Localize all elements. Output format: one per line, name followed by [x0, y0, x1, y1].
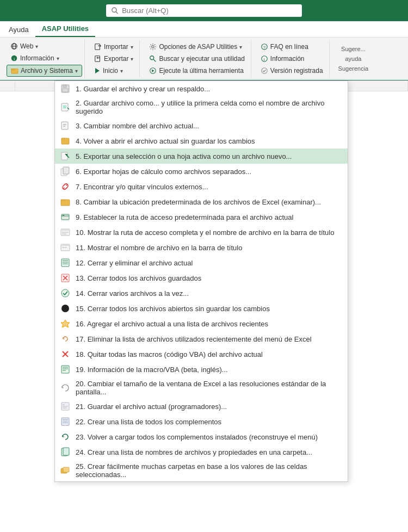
menu-item-9[interactable]: 9. Establecer la ruta de acceso predeter…	[55, 209, 348, 225]
svg-text:i: i	[14, 57, 15, 61]
ribbon-group-help: ? FAQ en línea i Información Versión reg…	[255, 40, 330, 77]
menu-item-text-10: 10. Mostrar la ruta de acceso completa y…	[76, 228, 342, 237]
svg-rect-26	[61, 103, 68, 111]
svg-rect-75	[63, 467, 69, 472]
ribbon-group-middle: Importar ▾ Exportar ▾ Inicio ▾	[88, 40, 140, 77]
exportar-button[interactable]: Exportar ▾	[90, 53, 137, 64]
addins-list-icon	[59, 417, 71, 426]
menu-item-7[interactable]: 7. Encontrar y/o quitar vínculos externo…	[55, 179, 348, 194]
menu-item-3[interactable]: 3. Cambiar nombre del archivo actual...	[55, 118, 348, 133]
menu-item-1[interactable]: 1. Guardar el archivo y crear un respald…	[55, 81, 348, 96]
tab-ayuda[interactable]: Ayuda	[2, 22, 35, 37]
menu-item-24[interactable]: 24. Crear una lista de nombres de archiv…	[55, 444, 348, 460]
menu-item-20[interactable]: 20. Cambiar el tamaño de la ventana de E…	[55, 377, 348, 399]
importar-button[interactable]: Importar ▾	[90, 41, 137, 52]
menu-item-text-18: 18. Quitar todas las macros (código VBA)…	[76, 350, 342, 358]
menu-item-8[interactable]: 8. Cambiar la ubicación predeterminada d…	[55, 194, 348, 209]
svg-marker-12	[95, 68, 100, 73]
dropdown-menu: 1. Guardar el archivo y crear un respald…	[54, 81, 348, 482]
menu-item-16[interactable]: 16. Agregar el archivo actual a una list…	[55, 316, 348, 331]
ribbon-group-options: Opciones de ASAP Utilities ▾ Buscar y ej…	[143, 40, 251, 77]
tab-asap[interactable]: ASAP Utilities	[35, 21, 95, 37]
ayuda-label: ayuda	[335, 54, 372, 63]
menu-item-19[interactable]: 19. Información de la macro/VBA (beta, i…	[55, 362, 348, 377]
addins-reload-icon	[59, 432, 71, 442]
ribbon-toolbar: Web ▾ i Información ▾ Archivo y Sistema …	[0, 38, 408, 81]
recent-remove-icon	[59, 334, 71, 344]
recent-add-icon	[59, 319, 71, 329]
menu-item-text-5: 5. Exportar una selección o una hoja act…	[76, 152, 342, 160]
version-button[interactable]: Versión registrada	[257, 65, 327, 76]
svg-point-13	[152, 46, 154, 48]
importar-icon	[94, 43, 102, 51]
menu-item-text-7: 7. Encontrar y/o quitar vínculos externo…	[76, 183, 342, 191]
info-button[interactable]: i Información	[257, 53, 327, 64]
faq-button[interactable]: ? FAQ en línea	[257, 41, 327, 52]
svg-rect-47	[61, 244, 70, 246]
menu-item-12[interactable]: 12. Cerrar y eliminar el archivo actual	[55, 255, 348, 270]
svg-line-15	[154, 59, 156, 61]
faq-icon: ?	[261, 43, 268, 51]
menu-item-text-6: 6. Exportar hojas de cálculo como archiv…	[76, 168, 342, 176]
svg-rect-25	[63, 89, 68, 92]
titlebar-full-icon	[59, 227, 71, 237]
menu-item-21[interactable]: 21. Guardar el archivo actual (programad…	[55, 399, 348, 414]
menu-item-25[interactable]: 25. Crear fácilmente muchas carpetas en …	[55, 460, 348, 481]
web-icon	[10, 42, 18, 50]
svg-point-0	[112, 8, 116, 12]
ejecutar-button[interactable]: Ejecute la última herramienta	[145, 65, 248, 76]
buscar-button[interactable]: Buscar y ejecutar una utilidad	[145, 53, 248, 64]
menu-item-14[interactable]: 14. Cerrar varios archivos a la vez...	[55, 286, 348, 301]
files-list-icon	[59, 447, 71, 457]
menu-item-22[interactable]: 22. Crear una lista de todos los complem…	[55, 414, 348, 429]
close-all-icon	[59, 273, 71, 283]
suger-label: Sugere...	[335, 45, 372, 53]
file-save-icon	[59, 84, 71, 94]
svg-rect-8	[95, 44, 100, 50]
info-icon: i	[10, 54, 18, 62]
svg-rect-33	[61, 152, 67, 160]
menu-item-18[interactable]: 18. Quitar todas las macros (código VBA)…	[55, 347, 348, 362]
menu-item-text-3: 3. Cambiar nombre del archivo actual...	[76, 122, 342, 130]
sugerencia-label: Sugerencia	[335, 64, 372, 73]
menu-item-text-17: 17. Eliminar la lista de archivos utiliz…	[76, 335, 342, 343]
archivo-button[interactable]: Archivo y Sistema ▾	[7, 65, 82, 77]
menu-item-23[interactable]: 23. Volver a cargar todos los complement…	[55, 429, 348, 444]
search-icon	[112, 7, 119, 15]
menu-item-17[interactable]: 17. Eliminar la lista de archivos utiliz…	[55, 331, 348, 347]
menu-item-5[interactable]: 5. Exportar una selección o una hoja act…	[55, 149, 348, 164]
menu-item-11[interactable]: 11. Mostrar el nombre de archivo en la b…	[55, 240, 348, 255]
close-nosave-icon	[59, 304, 71, 313]
menu-item-13[interactable]: 13. Cerrar todos los archivos guardados	[55, 270, 348, 286]
menu-item-4[interactable]: 4. Volver a abrir el archivo actual sin …	[55, 133, 348, 149]
web-button[interactable]: Web ▾	[7, 41, 82, 52]
menu-item-text-14: 14. Cerrar varios archivos a la vez...	[76, 289, 342, 298]
menu-item-2[interactable]: 2. Guardar archivo como... y utilice la …	[55, 96, 348, 118]
inicio-button[interactable]: Inicio ▾	[90, 65, 137, 76]
row-number-header	[0, 81, 15, 91]
menu-item-6[interactable]: 6. Exportar hojas de cálculo como archiv…	[55, 164, 348, 179]
search-wrapper[interactable]	[106, 4, 302, 17]
menu-item-text-19: 19. Información de la macro/VBA (beta, i…	[76, 366, 342, 374]
informacion-button[interactable]: i Información ▾	[7, 53, 82, 64]
ribbon-tabs: Ayuda ASAP Utilities	[0, 21, 408, 38]
search-bar	[0, 0, 408, 21]
svg-line-1	[116, 11, 118, 13]
menu-item-text-4: 4. Volver a abrir el archivo actual sin …	[76, 137, 342, 145]
menu-item-text-1: 1. Guardar el archivo y crear un respald…	[76, 85, 342, 93]
search-input[interactable]	[122, 7, 296, 15]
info2-icon: i	[261, 55, 268, 63]
opciones-button[interactable]: Opciones de ASAP Utilities ▾	[145, 41, 248, 52]
menu-item-text-12: 12. Cerrar y eliminar el archivo actual	[76, 259, 342, 267]
ribbon-group-left: Web ▾ i Información ▾ Archivo y Sistema …	[4, 40, 85, 78]
svg-rect-43	[61, 229, 70, 231]
window-resize-icon	[59, 383, 71, 393]
menu-item-10[interactable]: 10. Mostrar la ruta de acceso completa y…	[55, 225, 348, 240]
file-open-icon	[59, 136, 71, 146]
menu-item-text-22: 22. Crear una lista de todos los complem…	[76, 418, 342, 426]
macro-remove-icon	[59, 349, 71, 359]
svg-rect-41	[63, 215, 64, 216]
close-save-icon	[59, 258, 71, 268]
menu-item-15[interactable]: 15. Cerrar todos los archivos abiertos s…	[55, 301, 348, 316]
svg-rect-37	[63, 167, 69, 174]
